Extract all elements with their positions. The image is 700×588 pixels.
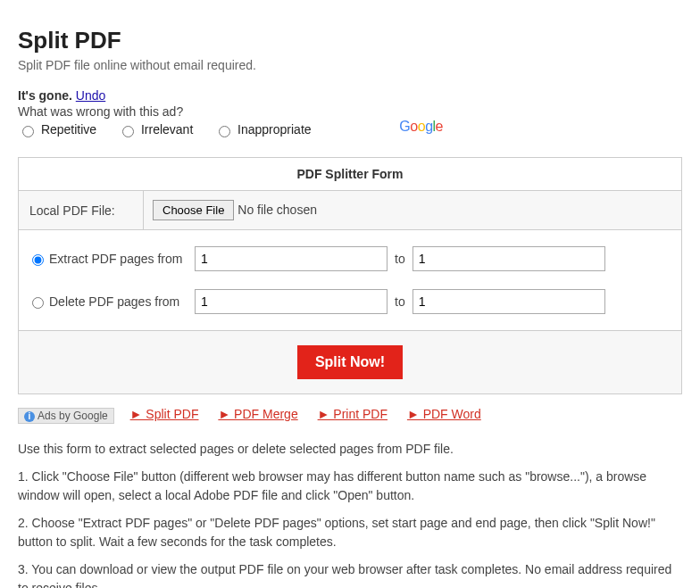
instructions-step2: 2. Choose "Extract PDF pages" or "Delete… [18,514,682,551]
ad-undo-link[interactable]: Undo [76,88,105,103]
delete-from-input[interactable] [195,289,388,314]
ad-option-irrelevant-label[interactable]: Irrelevant [118,122,196,137]
ads-by-google-badge[interactable]: iAds by Google [18,408,114,424]
delete-to-input[interactable] [412,289,605,314]
ad-option-repetitive-text: Repetitive [41,122,96,137]
ad-links-row: iAds by Google ► Split PDF ► PDF Merge ►… [18,407,682,423]
file-label: Local PDF File: [19,191,144,230]
info-icon: i [24,411,35,422]
ad-option-inappropriate-text: Inappropriate [238,122,312,137]
file-chosen-text: No file chosen [238,203,317,217]
instructions-step1: 1. Click "Choose File" button (different… [18,468,682,505]
page-subtitle: Split PDF file online without email requ… [18,58,682,72]
extract-from-input[interactable] [195,246,388,271]
page-title: Split PDF [18,27,682,54]
ad-gone-label: It's gone. [18,88,72,103]
instructions: Use this form to extract selected pages … [18,440,682,588]
ad-feedback-block: It's gone. Undo What was wrong with this… [18,88,682,137]
ad-option-inappropriate[interactable] [219,126,230,137]
ad-link-pdf-merge[interactable]: ► PDF Merge [218,407,297,421]
extract-to-input[interactable] [412,246,605,271]
ad-link-print-pdf[interactable]: ► Print PDF [318,407,388,421]
delete-radio[interactable] [32,297,44,309]
split-now-button[interactable]: Split Now! [297,345,403,379]
ad-link-split-pdf[interactable]: ► Split PDF [130,407,199,421]
delete-to-label: to [395,294,405,309]
choose-file-button[interactable]: Choose File [153,200,234,220]
ad-link-pdf-word[interactable]: ► PDF Word [407,407,481,421]
pdf-splitter-form: PDF Splitter Form Local PDF File: Choose… [18,157,682,394]
ad-option-irrelevant-text: Irrelevant [141,122,193,137]
ad-option-inappropriate-label[interactable]: Inappropriate [214,122,311,137]
extract-to-label: to [395,252,405,266]
ad-wrong-question: What was wrong with this ad? [18,104,682,119]
instructions-intro: Use this form to extract selected pages … [18,440,682,459]
extract-label: Extract PDF pages from [49,252,188,266]
ad-option-repetitive[interactable] [22,126,34,137]
form-header: PDF Splitter Form [19,158,682,191]
ad-option-repetitive-label[interactable]: Repetitive [18,122,100,137]
google-logo: Google [399,119,443,135]
ad-option-irrelevant[interactable] [122,126,134,137]
delete-label: Delete PDF pages from [49,294,188,309]
instructions-step3: 3. You can download or view the output P… [18,560,682,588]
extract-radio[interactable] [32,254,44,266]
ads-badge-text: Ads by Google [38,410,108,422]
